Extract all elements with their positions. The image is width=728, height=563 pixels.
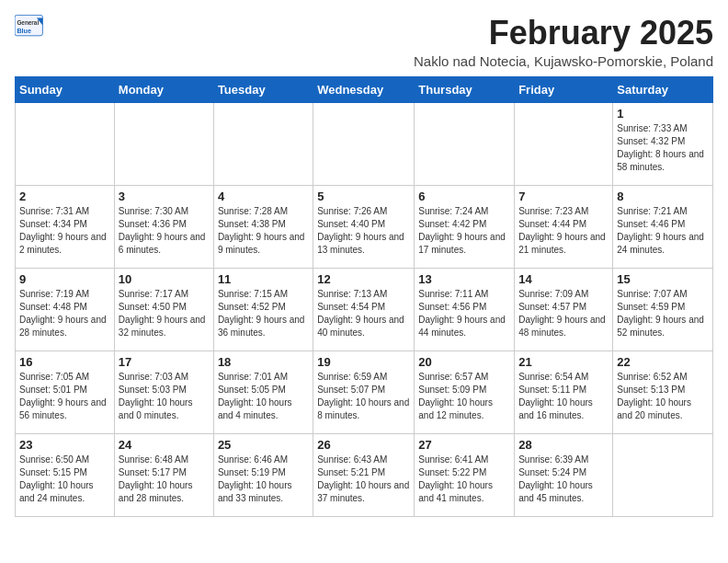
day-number: 5 — [317, 190, 410, 203]
day-info: Sunrise: 7:21 AM Sunset: 4:46 PM Dayligh… — [617, 205, 709, 257]
col-wednesday: Wednesday — [313, 76, 415, 102]
day-number: 26 — [317, 438, 410, 452]
calendar-cell: 8Sunrise: 7:21 AM Sunset: 4:46 PM Daylig… — [613, 185, 713, 268]
day-info: Sunrise: 6:59 AM Sunset: 5:07 PM Dayligh… — [317, 371, 410, 422]
col-tuesday: Tuesday — [213, 76, 313, 102]
day-info: Sunrise: 7:24 AM Sunset: 4:42 PM Dayligh… — [418, 205, 510, 257]
day-number: 14 — [518, 272, 609, 286]
calendar-cell: 22Sunrise: 6:52 AM Sunset: 5:13 PM Dayli… — [613, 350, 713, 433]
calendar-cell — [515, 102, 613, 185]
calendar-cell — [313, 102, 415, 185]
day-info: Sunrise: 6:39 AM Sunset: 5:24 PM Dayligh… — [518, 454, 609, 505]
calendar-cell: 19Sunrise: 6:59 AM Sunset: 5:07 PM Dayli… — [313, 350, 415, 433]
week-row-3: 9Sunrise: 7:19 AM Sunset: 4:48 PM Daylig… — [16, 268, 713, 350]
col-monday: Monday — [114, 76, 213, 102]
day-info: Sunrise: 7:03 AM Sunset: 5:03 PM Dayligh… — [119, 371, 210, 422]
calendar-cell — [114, 102, 213, 185]
calendar-cell: 12Sunrise: 7:13 AM Sunset: 4:54 PM Dayli… — [313, 268, 415, 350]
day-info: Sunrise: 6:46 AM Sunset: 5:19 PM Dayligh… — [218, 454, 309, 505]
day-info: Sunrise: 6:52 AM Sunset: 5:13 PM Dayligh… — [617, 371, 709, 422]
calendar-cell: 26Sunrise: 6:43 AM Sunset: 5:21 PM Dayli… — [313, 433, 415, 516]
col-sunday: Sunday — [16, 76, 115, 102]
calendar-cell — [613, 433, 713, 516]
day-number: 24 — [119, 438, 210, 452]
day-info: Sunrise: 7:30 AM Sunset: 4:36 PM Dayligh… — [119, 205, 210, 257]
calendar-cell: 7Sunrise: 7:23 AM Sunset: 4:44 PM Daylig… — [515, 185, 613, 268]
calendar-cell: 13Sunrise: 7:11 AM Sunset: 4:56 PM Dayli… — [415, 268, 515, 350]
day-info: Sunrise: 7:23 AM Sunset: 4:44 PM Dayligh… — [518, 205, 609, 257]
day-info: Sunrise: 7:17 AM Sunset: 4:50 PM Dayligh… — [119, 288, 210, 339]
calendar-cell: 28Sunrise: 6:39 AM Sunset: 5:24 PM Dayli… — [515, 433, 613, 516]
calendar-cell — [213, 102, 313, 185]
day-number: 23 — [19, 438, 110, 452]
day-info: Sunrise: 7:15 AM Sunset: 4:52 PM Dayligh… — [218, 288, 309, 339]
day-info: Sunrise: 7:09 AM Sunset: 4:57 PM Dayligh… — [518, 288, 609, 339]
calendar-cell: 27Sunrise: 6:41 AM Sunset: 5:22 PM Dayli… — [415, 433, 515, 516]
svg-text:General: General — [17, 19, 39, 26]
day-number: 4 — [218, 190, 309, 203]
calendar-header-row: Sunday Monday Tuesday Wednesday Thursday… — [16, 76, 713, 102]
day-number: 12 — [317, 272, 410, 286]
day-number: 25 — [218, 438, 309, 452]
calendar-cell: 3Sunrise: 7:30 AM Sunset: 4:36 PM Daylig… — [114, 185, 213, 268]
calendar-cell: 20Sunrise: 6:57 AM Sunset: 5:09 PM Dayli… — [415, 350, 515, 433]
calendar-cell: 14Sunrise: 7:09 AM Sunset: 4:57 PM Dayli… — [515, 268, 613, 350]
day-info: Sunrise: 7:19 AM Sunset: 4:48 PM Dayligh… — [19, 288, 110, 339]
day-info: Sunrise: 7:07 AM Sunset: 4:59 PM Dayligh… — [617, 288, 709, 339]
day-number: 8 — [617, 190, 709, 203]
day-info: Sunrise: 6:48 AM Sunset: 5:17 PM Dayligh… — [119, 454, 210, 505]
calendar-cell: 10Sunrise: 7:17 AM Sunset: 4:50 PM Dayli… — [114, 268, 213, 350]
calendar: Sunday Monday Tuesday Wednesday Thursday… — [15, 76, 713, 517]
day-info: Sunrise: 7:31 AM Sunset: 4:34 PM Dayligh… — [19, 205, 110, 257]
day-info: Sunrise: 7:33 AM Sunset: 4:32 PM Dayligh… — [617, 122, 709, 174]
day-number: 28 — [518, 438, 609, 452]
calendar-cell: 16Sunrise: 7:05 AM Sunset: 5:01 PM Dayli… — [16, 350, 115, 433]
day-number: 16 — [19, 355, 110, 369]
day-number: 7 — [518, 190, 609, 203]
logo: General Blue — [15, 15, 46, 40]
calendar-cell: 9Sunrise: 7:19 AM Sunset: 4:48 PM Daylig… — [16, 268, 115, 350]
week-row-2: 2Sunrise: 7:31 AM Sunset: 4:34 PM Daylig… — [16, 185, 713, 268]
calendar-cell: 23Sunrise: 6:50 AM Sunset: 5:15 PM Dayli… — [16, 433, 115, 516]
day-number: 18 — [218, 355, 309, 369]
day-number: 19 — [317, 355, 410, 369]
day-number: 9 — [19, 272, 110, 286]
day-info: Sunrise: 7:28 AM Sunset: 4:38 PM Dayligh… — [218, 205, 309, 257]
day-info: Sunrise: 7:11 AM Sunset: 4:56 PM Dayligh… — [418, 288, 510, 339]
day-number: 2 — [19, 190, 110, 203]
col-friday: Friday — [515, 76, 613, 102]
day-info: Sunrise: 7:05 AM Sunset: 5:01 PM Dayligh… — [19, 371, 110, 422]
week-row-5: 23Sunrise: 6:50 AM Sunset: 5:15 PM Dayli… — [16, 433, 713, 516]
calendar-cell: 11Sunrise: 7:15 AM Sunset: 4:52 PM Dayli… — [213, 268, 313, 350]
calendar-cell: 17Sunrise: 7:03 AM Sunset: 5:03 PM Dayli… — [114, 350, 213, 433]
day-number: 1 — [617, 107, 709, 121]
calendar-cell — [415, 102, 515, 185]
calendar-cell — [16, 102, 115, 185]
day-info: Sunrise: 6:41 AM Sunset: 5:22 PM Dayligh… — [418, 454, 510, 505]
location-title: Naklo nad Notecia, Kujawsko-Pomorskie, P… — [414, 53, 713, 69]
month-title: February 2025 — [414, 15, 713, 52]
week-row-1: 1Sunrise: 7:33 AM Sunset: 4:32 PM Daylig… — [16, 102, 713, 185]
col-saturday: Saturday — [613, 76, 713, 102]
week-row-4: 16Sunrise: 7:05 AM Sunset: 5:01 PM Dayli… — [16, 350, 713, 433]
header: General Blue February 2025 Naklo nad Not… — [15, 15, 713, 69]
day-number: 11 — [218, 272, 309, 286]
calendar-cell: 4Sunrise: 7:28 AM Sunset: 4:38 PM Daylig… — [213, 185, 313, 268]
calendar-cell: 15Sunrise: 7:07 AM Sunset: 4:59 PM Dayli… — [613, 268, 713, 350]
day-info: Sunrise: 7:26 AM Sunset: 4:40 PM Dayligh… — [317, 205, 410, 257]
day-info: Sunrise: 6:57 AM Sunset: 5:09 PM Dayligh… — [418, 371, 510, 422]
day-info: Sunrise: 6:50 AM Sunset: 5:15 PM Dayligh… — [19, 454, 110, 505]
day-number: 13 — [418, 272, 510, 286]
day-number: 10 — [119, 272, 210, 286]
day-number: 6 — [418, 190, 510, 203]
day-info: Sunrise: 7:01 AM Sunset: 5:05 PM Dayligh… — [218, 371, 309, 422]
calendar-cell: 6Sunrise: 7:24 AM Sunset: 4:42 PM Daylig… — [415, 185, 515, 268]
col-thursday: Thursday — [415, 76, 515, 102]
day-number: 21 — [518, 355, 609, 369]
calendar-cell: 1Sunrise: 7:33 AM Sunset: 4:32 PM Daylig… — [613, 102, 713, 185]
calendar-cell: 5Sunrise: 7:26 AM Sunset: 4:40 PM Daylig… — [313, 185, 415, 268]
day-number: 3 — [119, 190, 210, 203]
day-number: 15 — [617, 272, 709, 286]
calendar-cell: 24Sunrise: 6:48 AM Sunset: 5:17 PM Dayli… — [114, 433, 213, 516]
day-number: 20 — [418, 355, 510, 369]
